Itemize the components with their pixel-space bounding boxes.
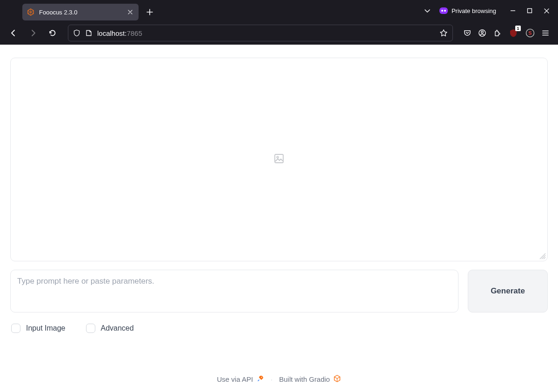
svg-rect-7 [275,154,283,163]
checkbox-row: Input Image Advanced [10,324,548,333]
footer-separator: · [271,375,272,383]
ublock-extension-icon[interactable]: 1 [508,27,519,39]
shield-icon[interactable] [73,29,80,37]
rocket-icon [257,375,264,384]
bookmark-star-icon[interactable] [439,29,448,37]
chevron-down-icon[interactable] [424,7,431,14]
svg-rect-2 [528,9,532,13]
built-with-gradio-link[interactable]: Built with Gradio [279,375,341,384]
tab-bar-right: Private browsing [424,7,554,14]
image-placeholder-icon [273,153,285,166]
back-button[interactable] [6,25,21,41]
prompt-input[interactable] [10,270,458,312]
advanced-label: Advanced [101,324,134,332]
tab-bar: Fooocus 2.3.0 Private browsing [0,0,558,21]
pocket-icon[interactable] [463,29,472,37]
api-link-label: Use via API [217,375,253,383]
url-bar[interactable]: localhost:7865 [68,25,453,41]
window-controls [510,8,550,14]
browser-chrome: Fooocus 2.3.0 Private browsing [0,0,558,45]
resize-handle-icon[interactable] [539,252,546,260]
browser-tab[interactable]: Fooocus 2.3.0 [22,4,139,20]
private-browsing-label: Private browsing [452,7,496,14]
account-icon[interactable] [478,29,486,37]
checkbox-icon [11,324,20,333]
extension-badge: 1 [515,26,521,31]
extension-s-icon[interactable]: S [525,28,535,38]
svg-point-4 [481,31,484,33]
gradio-link-label: Built with Gradio [279,375,330,383]
footer: Use via API · Built with Gradio [0,375,558,384]
svg-text:S: S [528,30,531,36]
output-canvas[interactable] [10,58,548,261]
tab-title: Fooocus 2.3.0 [39,9,122,16]
tab-bar-left: Fooocus 2.3.0 [4,0,157,21]
url-host: localhost: [97,29,126,37]
menu-icon[interactable] [541,29,550,37]
page-info-icon[interactable] [85,29,93,37]
private-browsing-indicator: Private browsing [439,7,496,14]
url-text: localhost:7865 [97,29,435,37]
nav-bar: localhost:7865 1 S [0,21,558,45]
advanced-checkbox[interactable]: Advanced [86,324,134,333]
close-tab-icon[interactable] [126,8,134,16]
checkbox-icon [86,324,95,333]
forward-button[interactable] [25,25,41,41]
gradio-logo-icon [333,375,341,384]
svg-point-9 [261,377,262,378]
tab-favicon-icon [27,8,34,16]
mask-icon [439,7,448,14]
svg-point-8 [277,156,279,158]
use-via-api-link[interactable]: Use via API [217,375,265,384]
reload-button[interactable] [45,25,60,41]
maximize-icon[interactable] [527,8,532,14]
svg-point-1 [444,10,446,12]
url-port: 7865 [126,29,142,37]
input-image-label: Input Image [26,324,66,332]
page-content: Generate Input Image Advanced Use via AP… [0,45,558,392]
input-image-checkbox[interactable]: Input Image [11,324,66,333]
minimize-icon[interactable] [510,8,516,14]
generate-button[interactable]: Generate [468,270,548,312]
input-row: Generate [10,270,548,312]
toolbar-right: 1 S [460,27,552,39]
svg-point-0 [441,10,443,12]
close-window-icon[interactable] [544,8,550,14]
extensions-icon[interactable] [493,29,501,37]
new-tab-button[interactable] [142,5,157,20]
